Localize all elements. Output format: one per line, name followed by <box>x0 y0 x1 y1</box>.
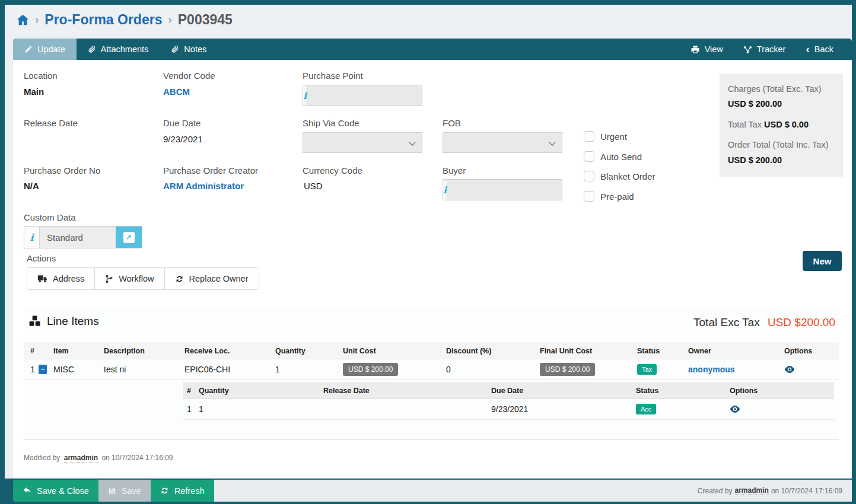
refresh-button[interactable]: Refresh <box>151 480 214 502</box>
checkbox-blanket-order[interactable]: Blanket Order <box>584 171 655 181</box>
row-num: 1 <box>30 365 35 374</box>
buyer-field: i <box>443 179 562 200</box>
col-header-owner: Owner <box>682 343 778 359</box>
custom-data-value: Standard <box>40 227 116 248</box>
checkbox-urgent[interactable]: Urgent <box>584 131 627 142</box>
checkbox-box[interactable] <box>584 191 594 202</box>
vendor-code-link[interactable]: ABCM <box>163 87 190 97</box>
location-label: Location <box>24 71 58 81</box>
po-creator-link[interactable]: ARM Administrator <box>163 181 244 191</box>
due-date-label: Due Date <box>163 118 201 128</box>
refresh-icon <box>175 275 184 283</box>
window-frame-top <box>0 0 856 5</box>
sub-col-header-quantity: Quantity <box>195 382 319 399</box>
buyer-input[interactable] <box>447 180 575 200</box>
paperclip-icon <box>171 45 179 53</box>
save-close-button[interactable]: Save & Close <box>13 480 98 502</box>
buyer-label: Buyer <box>443 165 466 176</box>
workflow-button[interactable]: Workflow <box>94 268 164 289</box>
modified-prefix: Modified by <box>24 454 60 462</box>
replace-owner-button-label: Replace Owner <box>189 274 249 283</box>
col-header-status: Status <box>631 343 682 359</box>
status-badge: Acc <box>636 404 656 414</box>
sub-due-date-cell: 9/23/2021 <box>487 399 632 420</box>
currency-code-label: Currency Code <box>303 165 362 176</box>
charges-line: Order Total (Total Inc. Tax) USD $ 200.0… <box>728 138 835 168</box>
col-header-unit-cost: Unit Cost <box>336 343 440 359</box>
modified-user-link[interactable]: armadmin <box>64 454 98 462</box>
final-unit-cost-cell: USD $ 200.00 <box>533 359 631 379</box>
replace-owner-button[interactable]: Replace Owner <box>164 268 259 289</box>
po-no-value: N/A <box>24 181 39 191</box>
charges-exc-tax-value: USD $ 200.00 <box>728 99 782 109</box>
view-button[interactable]: View <box>680 39 733 60</box>
checkbox-box[interactable] <box>584 171 594 181</box>
tab-attachments[interactable]: Attachments <box>77 39 160 60</box>
purchase-point-input[interactable] <box>307 85 435 106</box>
pro-forma-order-page: › Pro-Forma Orders › P003945 Update Atta… <box>0 0 856 504</box>
tab-attachments-label: Attachments <box>101 44 149 54</box>
checkbox-pre-paid-label: Pre-paid <box>600 192 634 202</box>
modified-suffix: on 10/7/2024 17:16:09 <box>101 454 173 462</box>
line-items-total: Total Exc Tax USD $200.00 <box>693 316 835 329</box>
new-button[interactable]: New <box>803 251 842 271</box>
eye-icon <box>784 365 795 374</box>
view-line-item-button[interactable] <box>784 365 795 374</box>
custom-data-field: i Standard ↗ <box>24 226 142 248</box>
address-button-label: Address <box>53 274 84 283</box>
tab-bar-right: View Tracker ‹ Back <box>680 39 852 60</box>
checkbox-box[interactable] <box>584 131 594 142</box>
tab-bar: Update Attachments Notes View <box>13 39 852 60</box>
checkbox-auto-send[interactable]: Auto Send <box>584 151 642 162</box>
owner-link[interactable]: anonymous <box>688 365 735 374</box>
sub-col-header-due-date: Due Date <box>487 382 632 399</box>
custom-data-expand-button[interactable]: ↗ <box>116 227 142 248</box>
tracker-button[interactable]: Tracker <box>733 39 796 60</box>
sub-release-date-cell <box>319 399 487 420</box>
refresh-icon <box>160 486 169 495</box>
sub-row-num-cell: 1 <box>183 399 195 420</box>
collapse-row-button[interactable]: − <box>39 365 47 374</box>
tracker-button-label: Tracker <box>757 44 786 54</box>
description-cell: test ni <box>97 359 178 379</box>
breadcrumb-section-link[interactable]: Pro-Forma Orders <box>44 12 162 28</box>
created-prefix: Created by <box>698 487 733 495</box>
save-button[interactable]: Save <box>98 480 151 502</box>
col-header-description: Description <box>97 343 178 359</box>
order-total-value: USD $ 200.00 <box>728 155 782 165</box>
address-button[interactable]: Address <box>27 268 94 289</box>
back-button-label: Back <box>814 44 833 54</box>
sub-options-cell <box>725 399 834 420</box>
fob-select[interactable] <box>443 132 562 153</box>
view-release-line-button[interactable] <box>730 405 740 413</box>
row-num-cell: 1 − <box>24 359 47 379</box>
printer-icon <box>690 45 700 54</box>
tab-update[interactable]: Update <box>13 39 77 60</box>
checkbox-blanket-order-label: Blanket Order <box>600 171 655 181</box>
release-date-label: Release Date <box>24 118 78 128</box>
footer-bar: Save & Close Save Refresh Created by arm… <box>0 479 856 504</box>
total-exc-tax-label: Total Exc Tax <box>693 316 760 328</box>
po-creator-label: Purchase Order Creator <box>163 165 258 176</box>
tracker-network-icon <box>743 45 752 54</box>
home-icon[interactable] <box>17 14 29 26</box>
window-frame-right <box>852 0 856 504</box>
tab-notes[interactable]: Notes <box>160 39 218 60</box>
line-items-table: # Item Description Receive Loc. Quantity… <box>24 343 839 379</box>
checkbox-box[interactable] <box>584 151 594 162</box>
item-cell: MISC <box>47 359 97 379</box>
sub-col-header-status: Status <box>632 382 725 399</box>
checkbox-pre-paid[interactable]: Pre-paid <box>584 191 634 202</box>
back-button[interactable]: ‹ Back <box>795 39 844 60</box>
po-no-label: Purchase Order No <box>24 165 100 176</box>
order-form-card: Location Main Vendor Code ABCM Purchase … <box>13 60 852 479</box>
tab-update-label: Update <box>37 44 65 54</box>
checkbox-auto-send-label: Auto Send <box>600 152 642 162</box>
created-user-link[interactable]: armadmin <box>735 486 769 495</box>
ship-via-code-select[interactable] <box>303 132 422 153</box>
edit-icon <box>24 45 33 53</box>
purchase-point-field: i <box>303 85 422 106</box>
chevron-down-icon <box>409 139 415 145</box>
line-items-title-text: Line Items <box>47 315 99 328</box>
modified-by-line: Modified by armadmin on 10/7/2024 17:16:… <box>24 454 173 462</box>
